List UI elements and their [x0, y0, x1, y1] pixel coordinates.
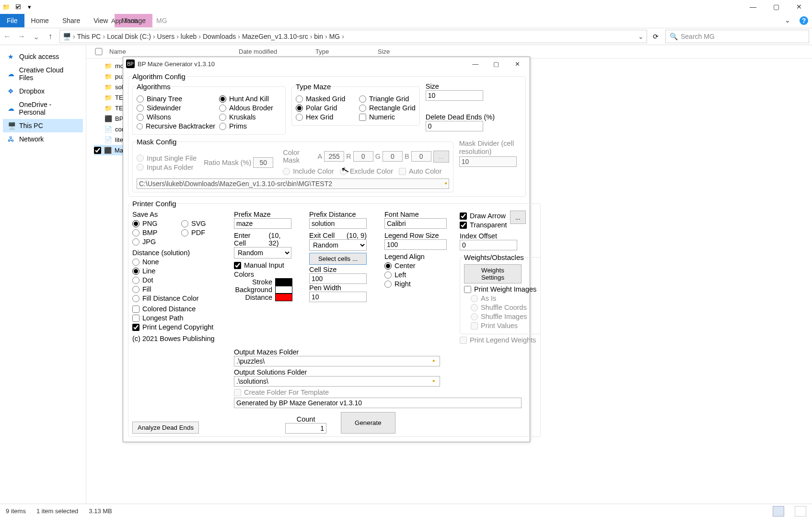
dist-none[interactable]: None [132, 258, 228, 266]
pen-width-input[interactable] [309, 292, 367, 302]
mask-g-input[interactable] [383, 151, 403, 162]
algo-binary-tree[interactable]: Binary Tree [137, 95, 213, 103]
history-button[interactable]: ⌄ [29, 32, 43, 41]
dialog-titlebar[interactable]: BP BP Maze Generator v1.3.10 — ▢ ✕ [123, 57, 530, 71]
dlg-maximize-icon[interactable]: ▢ [487, 60, 506, 68]
folder-picker-icon[interactable]: ▪ [432, 357, 435, 365]
exit-cell-select[interactable]: Random [309, 239, 367, 251]
prefix-dist-input[interactable] [309, 218, 367, 229]
folder-picker-icon[interactable]: ▪ [432, 377, 435, 385]
fmt-pdf[interactable]: PDF [181, 229, 206, 236]
sidebar-onedrive[interactable]: ☁OneDrive - Personal [3, 98, 83, 119]
mask-divider-input[interactable] [459, 156, 517, 167]
size-input[interactable] [426, 90, 483, 101]
transparent[interactable]: Transparent [460, 221, 507, 229]
type-polar[interactable]: Polar Grid [296, 104, 353, 112]
col-size[interactable]: Size [372, 48, 415, 55]
legend-row-input[interactable] [384, 239, 447, 250]
dist-fill-dc[interactable]: Fill Distance Color [132, 294, 228, 302]
sidebar-this-pc[interactable]: 🖥️This PC [3, 119, 83, 132]
count-input[interactable] [285, 423, 326, 434]
weights-settings-button[interactable]: Weights Settings [464, 264, 522, 283]
chevron-down-icon[interactable]: ⌄ [782, 16, 793, 25]
print-values[interactable]: Print Values [471, 322, 536, 330]
background-color[interactable] [275, 286, 292, 294]
algo-wilsons[interactable]: Wilsons [137, 113, 213, 121]
shuffle-coords[interactable]: Shuffle Coords [471, 304, 536, 311]
fmt-svg[interactable]: SVG [181, 220, 206, 227]
stroke-color[interactable] [275, 278, 292, 286]
share-tab[interactable]: Share [56, 14, 87, 27]
crumb[interactable]: MazeGen_v1.3.10-src [242, 33, 308, 40]
delete-dead-input[interactable] [426, 121, 483, 131]
refresh-button[interactable]: ⟳ [649, 33, 662, 40]
crumb[interactable]: Downloads [203, 33, 236, 40]
prefix-maze-input[interactable] [234, 218, 291, 229]
draw-arrow[interactable]: Draw Arrow [460, 212, 507, 220]
dlg-close-icon[interactable]: ✕ [508, 60, 527, 68]
type-rectangle[interactable]: Rectangle Grid [359, 104, 416, 112]
shuffle-images[interactable]: Shuffle Images [471, 313, 536, 320]
select-cells-button[interactable]: Select cells ... [309, 253, 367, 265]
algo-aldous[interactable]: Aldous Broder [219, 104, 273, 112]
manual-input[interactable]: Manual Input [234, 261, 303, 269]
large-icons-view-button[interactable] [795, 506, 806, 517]
auto-color[interactable]: Auto Color [399, 167, 442, 175]
longest-path[interactable]: Longest Path [132, 314, 228, 322]
type-numeric[interactable]: Numeric [359, 113, 416, 121]
back-button[interactable]: ← [0, 32, 14, 41]
fmt-jpg[interactable]: JPG [132, 238, 175, 246]
folder-picker-icon[interactable]: ▪ [445, 179, 447, 187]
select-all-checkbox[interactable] [94, 48, 104, 55]
dd-icon[interactable]: ▾ [25, 2, 34, 11]
mask-folder[interactable]: Input As Folder [137, 164, 198, 171]
as-is[interactable]: As Is [471, 294, 536, 302]
dist-fill[interactable]: Fill [132, 285, 228, 293]
ratio-mask-input[interactable] [253, 157, 273, 168]
sidebar-network[interactable]: 🖧Network [3, 132, 83, 146]
algo-sidewinder[interactable]: Sidewinder [137, 104, 213, 112]
crumb-dd-icon[interactable]: ⌄ [638, 33, 644, 40]
algo-kruskals[interactable]: Kruskals [219, 113, 273, 121]
output-sol-input[interactable] [234, 376, 440, 387]
col-type[interactable]: Type [310, 48, 372, 55]
close-icon[interactable]: ✕ [788, 1, 810, 12]
maximize-icon[interactable]: ▢ [765, 1, 787, 12]
dist-dot[interactable]: Dot [132, 276, 228, 284]
output-mazes-input[interactable] [234, 356, 440, 366]
align-right[interactable]: Right [384, 280, 454, 288]
algo-recursive[interactable]: Recursive Backtracker [137, 122, 213, 130]
enter-cell-select[interactable]: Random [234, 247, 291, 259]
col-name[interactable]: Name [104, 48, 233, 55]
type-masked[interactable]: Masked Grid [296, 95, 353, 103]
mask-r-input[interactable] [353, 151, 373, 162]
algo-hunt-kill[interactable]: Hunt And Kill [219, 95, 273, 103]
algo-prims[interactable]: Prims [219, 122, 273, 130]
distance-color[interactable] [275, 294, 292, 301]
row-checkbox[interactable] [94, 147, 101, 154]
file-tab[interactable]: File [0, 14, 24, 27]
col-date[interactable]: Date modified [233, 48, 310, 55]
crumb[interactable]: Users [157, 33, 175, 40]
details-view-button[interactable] [773, 506, 784, 517]
crumb[interactable]: Local Disk (C:) [107, 33, 151, 40]
generate-button[interactable]: Generate [341, 412, 395, 434]
breadcrumb[interactable]: 🖥️› This PC› Local Disk (C:)› Users› luk… [59, 30, 647, 43]
crumb[interactable]: bin [314, 33, 323, 40]
analyze-button[interactable]: Analyze Dead Ends [132, 422, 199, 434]
index-offset-input[interactable] [460, 240, 517, 250]
crumb[interactable]: lukeb [181, 33, 197, 40]
forward-button[interactable]: → [14, 32, 29, 41]
mask-path-input[interactable] [137, 178, 449, 189]
colored-distance[interactable]: Colored Distance [132, 305, 228, 313]
font-name-input[interactable] [384, 218, 447, 229]
type-triangle[interactable]: Triangle Grid [359, 95, 416, 103]
crumb[interactable]: This PC [77, 33, 101, 40]
generated-text-input[interactable] [234, 398, 522, 408]
help-icon[interactable]: ? [800, 16, 808, 25]
home-tab[interactable]: Home [24, 14, 56, 27]
sidebar-creative-cloud[interactable]: ☁Creative Cloud Files [3, 63, 83, 84]
dist-line[interactable]: Line [132, 267, 228, 275]
align-left[interactable]: Left [384, 271, 454, 279]
dlg-minimize-icon[interactable]: — [466, 60, 485, 68]
